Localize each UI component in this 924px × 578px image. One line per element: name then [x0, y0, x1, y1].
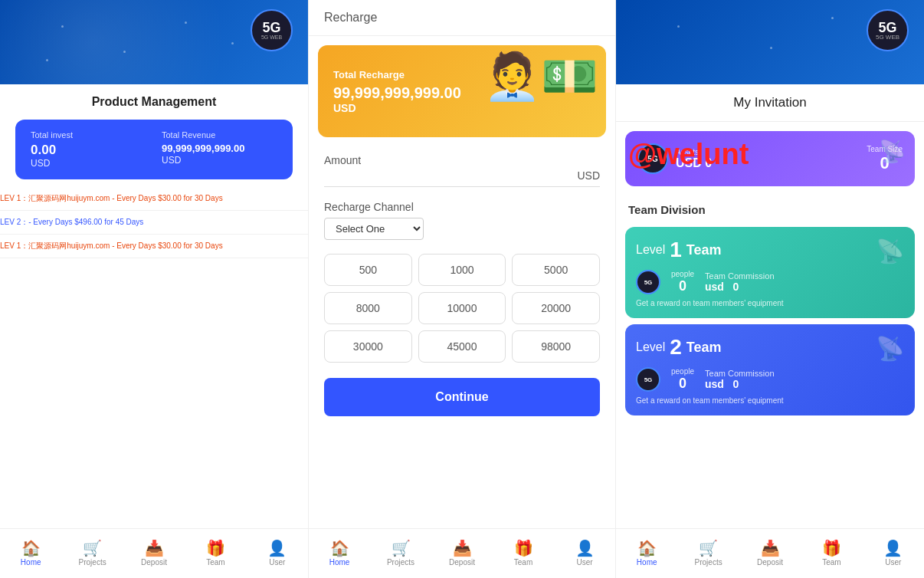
- amt-btn-45000[interactable]: 45000: [418, 330, 506, 363]
- continue-button[interactable]: Continue: [324, 378, 600, 416]
- lev-item-0: LEV 1：汇聚源码网huijuym.com - Every Days $30.…: [0, 187, 308, 211]
- deposit-icon: 📥: [145, 540, 164, 556]
- team-division-title: Team Division: [616, 195, 924, 221]
- amt-btn-98000[interactable]: 98000: [512, 330, 600, 363]
- team1-reward-text: Get a reward on team members' equipment: [636, 299, 904, 307]
- team-level2-num: 2: [670, 335, 682, 360]
- right-nav-deposit[interactable]: 📥 Deposit: [739, 529, 801, 578]
- left-nav-team[interactable]: 🎁 Team: [185, 529, 246, 578]
- left-logo-badge: 5G 5G WEB: [251, 9, 293, 51]
- total-recharge-amount: 99,999,999,999.00: [333, 84, 461, 102]
- amt-btn-1000[interactable]: 1000: [418, 254, 506, 286]
- right-logo-badge: 5G 5G WEB: [867, 9, 909, 51]
- amt-btn-8000[interactable]: 8000: [324, 292, 412, 324]
- right-nav-user-label: User: [885, 558, 901, 567]
- right-nav-team[interactable]: 🎁 Team: [801, 529, 862, 578]
- right-panel: 5G 5G WEB My Invitation 5G Assets USD 0 …: [616, 0, 924, 578]
- recharge-banner-text: Total Recharge 99,999,999,999.00 USD: [333, 69, 461, 114]
- left-nav-projects-label: Projects: [79, 558, 106, 567]
- stats-card: Total invest 0.00 USD Total Revenue 99,9…: [15, 120, 293, 179]
- logo-5g: 5G: [262, 21, 280, 34]
- amount-section: Amount USD: [309, 146, 615, 195]
- total-invest-value: 0.00: [31, 143, 146, 158]
- product-title: Product Management: [0, 84, 308, 120]
- team2-avatar: 5G: [636, 367, 660, 392]
- inv-asset-label: Assets: [676, 148, 712, 156]
- team1-people-value: 0: [671, 278, 694, 294]
- left-banner: 5G 5G WEB: [0, 0, 308, 84]
- mid-panel: Recharge Total Recharge 99,999,999,999.0…: [308, 0, 616, 578]
- recharge-banner: Total Recharge 99,999,999,999.00 USD 🧑‍💼…: [318, 45, 606, 137]
- right-nav-projects[interactable]: 🛒 Projects: [677, 529, 739, 578]
- lev-item-1: LEV 2：- Every Days $496.00 for 45 Days: [0, 211, 308, 235]
- right-nav-user[interactable]: 👤 User: [863, 529, 924, 578]
- right-logo-5g: 5G: [878, 21, 896, 34]
- total-invest-label: Total invest: [31, 130, 146, 140]
- right-projects-icon: 🛒: [699, 540, 718, 556]
- right-nav-deposit-label: Deposit: [757, 558, 783, 567]
- right-home-icon: 🏠: [637, 540, 657, 556]
- invitation-title: My Invitation: [616, 84, 924, 122]
- left-panel: 5G 5G WEB Product Management Total inves…: [0, 0, 308, 578]
- channel-select[interactable]: Select One: [324, 218, 424, 240]
- team-card-level2: Level 2 Team 📡 5G people 0 Team Commissi…: [625, 324, 915, 415]
- team-label-2: Team: [686, 340, 722, 356]
- mid-user-icon: 👤: [575, 540, 595, 556]
- recharge-illustration: 🧑‍💼💵: [483, 49, 598, 103]
- inv-info: Assets USD 0: [676, 148, 712, 170]
- team-level1-prefix: Level: [636, 243, 665, 257]
- lev-item-2: LEV 1：汇聚源码网huijuym.com - Every Days $30.…: [0, 235, 308, 258]
- mid-nav-user[interactable]: 👤 User: [554, 529, 615, 578]
- inv-avatar: 5G: [637, 143, 668, 174]
- team-card-level2-header: Level 2 Team: [636, 335, 904, 360]
- amt-btn-30000[interactable]: 30000: [324, 330, 412, 363]
- amount-input-row: USD: [324, 169, 600, 187]
- amount-label: Amount: [324, 154, 600, 166]
- amt-btn-500[interactable]: 500: [324, 254, 412, 286]
- projects-icon: 🛒: [83, 540, 102, 556]
- right-team-icon: 🎁: [822, 540, 841, 556]
- right-nav-home[interactable]: 🏠 Home: [616, 529, 677, 578]
- mid-nav-home-label: Home: [329, 558, 350, 567]
- inv-wifi-icon: 📡: [879, 139, 906, 164]
- amt-btn-20000[interactable]: 20000: [512, 292, 600, 324]
- home-icon: 🏠: [21, 540, 41, 556]
- left-nav-home[interactable]: 🏠 Home: [0, 529, 61, 578]
- right-deposit-icon: 📥: [761, 540, 780, 556]
- left-nav-deposit[interactable]: 📥 Deposit: [123, 529, 185, 578]
- right-content: 5G Assets USD 0 Team Size 0 📡 Team Divis…: [616, 122, 924, 528]
- team-card-level1: Team Level 1 Team 📡 5G people 0 Team Com…: [625, 227, 915, 318]
- mid-nav-deposit[interactable]: 📥 Deposit: [431, 529, 493, 578]
- inv-asset-value: USD 0: [676, 156, 712, 170]
- mid-nav-projects-label: Projects: [387, 558, 414, 567]
- total-revenue-label: Total Revenue: [162, 130, 277, 140]
- right-bottom-nav: 🏠 Home 🛒 Projects 📥 Deposit 🎁 Team 👤 Use…: [616, 528, 924, 578]
- amt-btn-10000[interactable]: 10000: [418, 292, 506, 324]
- team1-commission-currency: usd: [705, 281, 724, 293]
- total-revenue-block: Total Revenue 99,999,999,999.00 USD: [162, 130, 277, 169]
- amount-input[interactable]: [324, 169, 577, 182]
- amt-btn-5000[interactable]: 5000: [512, 254, 600, 286]
- left-nav-deposit-label: Deposit: [141, 558, 167, 567]
- amount-usd-label: USD: [577, 169, 600, 182]
- mid-nav-projects[interactable]: 🛒 Projects: [370, 529, 431, 578]
- mid-nav-home[interactable]: 🏠 Home: [309, 529, 370, 578]
- right-nav-projects-label: Projects: [695, 558, 722, 567]
- total-recharge-label: Total Recharge: [333, 69, 461, 80]
- left-nav-user[interactable]: 👤 User: [247, 529, 308, 578]
- team2-commission-currency: usd: [705, 378, 724, 390]
- mid-nav-team[interactable]: 🎁 Team: [493, 529, 554, 578]
- team2-wifi-icon: 📡: [876, 335, 904, 362]
- team1-wifi-icon: 📡: [876, 238, 904, 264]
- left-nav-projects[interactable]: 🛒 Projects: [61, 529, 123, 578]
- team1-stats-row: 5G people 0 Team Commission usd 0: [636, 270, 904, 294]
- team-label-1: Team: [686, 242, 722, 258]
- left-nav-home-label: Home: [21, 558, 41, 567]
- left-nav-team-label: Team: [206, 558, 224, 567]
- user-icon: 👤: [267, 540, 287, 556]
- mid-header: Recharge: [309, 0, 615, 36]
- team1-people-block: people 0: [671, 270, 694, 294]
- team2-commission-amount: 0: [733, 378, 739, 390]
- mid-bottom-nav: 🏠 Home 🛒 Projects 📥 Deposit 🎁 Team 👤 Use…: [309, 528, 615, 578]
- total-revenue-currency: USD: [162, 155, 277, 166]
